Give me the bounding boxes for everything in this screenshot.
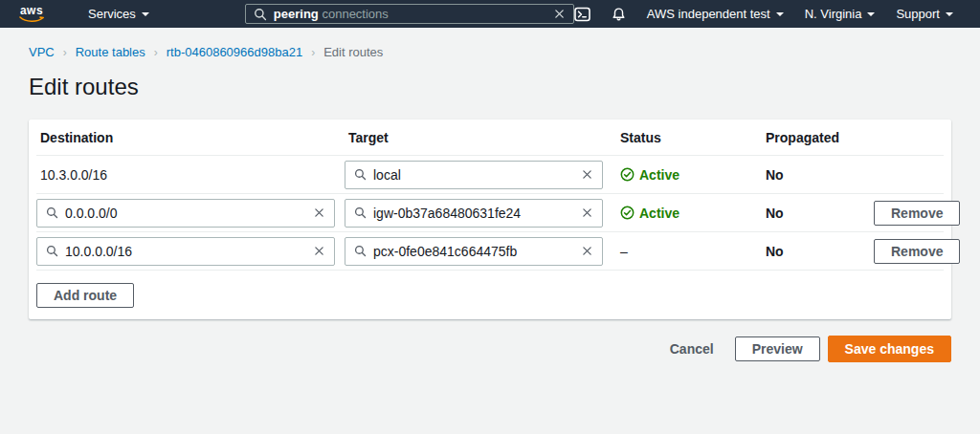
services-menu[interactable]: Services [88,7,149,21]
breadcrumb-current: Edit routes [323,45,383,59]
destination-input[interactable] [65,244,306,259]
route-row-pcx: – No Remove [36,232,944,271]
target-input[interactable] [373,206,574,221]
route-status: – [612,244,756,259]
destination-select[interactable] [36,237,335,266]
routes-table-header: Destination Target Status Propagated [36,119,944,156]
account-menu-label: AWS independent test [647,7,770,21]
page-title: Edit routes [29,74,980,100]
propagated-value: No [766,206,857,221]
clear-target-icon[interactable] [581,168,593,181]
search-icon [254,8,267,21]
search-suggestion-text: connections [319,7,389,21]
propagated-value: No [766,167,857,183]
target-select-pcx[interactable] [345,237,603,266]
clear-target-icon[interactable] [581,206,593,219]
breadcrumb-vpc-link[interactable]: VPC [29,45,55,59]
aws-smile-icon [19,16,44,23]
status-active-icon [620,206,635,220]
chevron-down-icon [776,12,784,16]
cancel-button[interactable]: Cancel [657,336,727,362]
breadcrumb-separator-icon: › [311,46,315,59]
cloudshell-icon[interactable] [574,7,590,22]
chevron-down-icon [142,12,149,16]
remove-route-button[interactable]: Remove [874,239,960,264]
aws-logo-text: aws [20,6,43,16]
target-input[interactable] [373,167,574,183]
search-icon [46,206,58,219]
status-label: Active [639,167,679,183]
propagated-value: No [766,244,857,259]
search-icon [354,245,367,257]
breadcrumb: VPC › Route tables › rtb-0460860966d98ba… [0,28,980,59]
account-menu[interactable]: AWS independent test [647,7,784,21]
add-route-button[interactable]: Add route [36,283,134,308]
region-menu-label: N. Virginia [805,7,862,21]
topbar-right-group: AWS independent test N. Virginia Support [574,7,967,22]
route-row-local: 10.3.0.0/16 Active No [36,156,944,194]
route-status: Active [612,167,756,183]
aws-logo[interactable]: aws [19,6,44,23]
save-changes-button[interactable]: Save changes [828,336,951,362]
destination-value: 10.3.0.0/16 [36,167,335,183]
clear-target-icon[interactable] [581,245,593,257]
notifications-bell-icon[interactable] [612,7,626,22]
search-icon [354,168,367,181]
search-clear-icon[interactable] [553,8,566,20]
breadcrumb-route-tables-link[interactable]: Route tables [76,45,145,59]
chevron-down-icon [867,12,875,16]
region-menu[interactable]: N. Virginia [805,7,876,21]
chevron-down-icon [946,12,953,16]
support-menu[interactable]: Support [896,7,953,21]
services-menu-label: Services [88,7,136,21]
breadcrumb-separator-icon: › [154,46,158,59]
target-select-local[interactable] [345,161,603,189]
global-search[interactable]: peering connections [245,4,574,24]
search-query-text: peering [274,7,319,21]
destination-select[interactable] [36,199,335,228]
status-active-icon [620,167,635,182]
footer-actions: Cancel Preview Save changes [29,336,951,362]
preview-button[interactable]: Preview [735,336,820,361]
routes-panel: Destination Target Status Propagated 10.… [29,119,951,319]
search-icon [354,206,367,219]
topbar: aws Services peering connections AWS ind… [0,0,980,28]
breadcrumb-route-table-id-link[interactable]: rtb-0460860966d98ba21 [167,45,302,59]
search-icon [46,245,58,257]
clear-destination-icon[interactable] [313,245,325,257]
route-status: Active [612,206,756,221]
target-input[interactable] [373,244,574,259]
clear-destination-icon[interactable] [313,206,325,219]
target-select-igw[interactable] [345,199,603,228]
column-header-destination: Destination [36,130,335,145]
column-header-propagated: Propagated [766,130,857,145]
remove-route-button[interactable]: Remove [874,201,960,226]
column-header-target: Target [345,130,603,145]
destination-input[interactable] [65,206,306,221]
route-row-igw: Active No Remove [36,194,944,232]
column-header-status: Status [612,130,756,145]
support-menu-label: Support [896,7,940,21]
status-label: Active [639,206,679,221]
breadcrumb-separator-icon: › [63,46,67,59]
